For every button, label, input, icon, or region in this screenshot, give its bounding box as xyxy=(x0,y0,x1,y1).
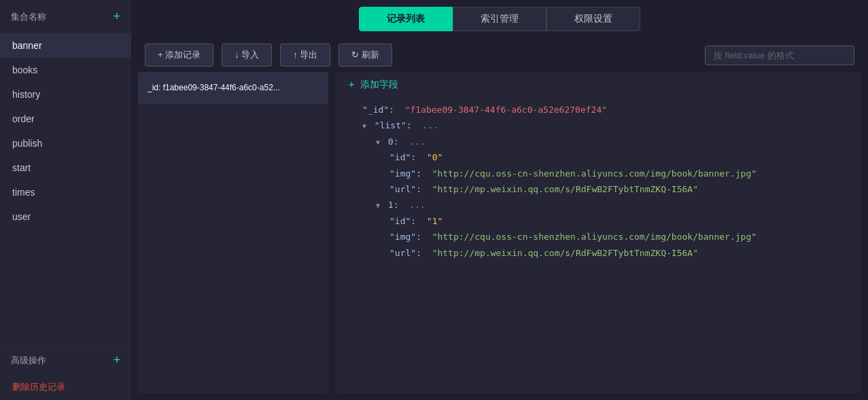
json-item1-url-val: "http://mp.weixin.qq.com/s/RdFwB2FTybtTn… xyxy=(432,248,698,258)
json-item1-header: ▼ 1: ... xyxy=(349,197,848,213)
json-item0-ellipsis: ... xyxy=(409,137,425,147)
sidebar-item-publish[interactable]: publish xyxy=(0,131,131,156)
search-box xyxy=(705,46,854,65)
content-area: _id: f1abee09-3847-44f6-a6c0-a52... + 添加… xyxy=(131,72,868,400)
tab-index-management[interactable]: 索引管理 xyxy=(453,7,546,31)
detail-panel: + 添加字段 "_id": "f1abee09-3847-44f6-a6c0-a… xyxy=(335,72,861,393)
json-item0-id-key: "id": xyxy=(389,152,421,162)
refresh-button[interactable]: ↻ 刷新 xyxy=(338,43,392,67)
add-record-button[interactable]: + 添加记录 xyxy=(145,43,213,67)
collection-header-label: 集合名称 xyxy=(11,11,46,23)
json-item0-key: 0: xyxy=(388,137,404,147)
json-item1-key: 1: xyxy=(388,200,404,210)
json-item1-img-val: "http://cqu.oss-cn-shenzhen.aliyuncs.com… xyxy=(432,232,757,242)
sidebar-item-history[interactable]: history xyxy=(0,82,131,107)
tab-permission-settings[interactable]: 权限设置 xyxy=(546,7,640,31)
sidebar-item-books[interactable]: books xyxy=(0,58,131,82)
json-list-line: ▼ "list": ... xyxy=(349,117,848,133)
json-item0-url-line: "url": "http://mp.weixin.qq.com/s/RdFwB2… xyxy=(349,181,848,197)
json-item0-id-val: "0" xyxy=(427,152,442,162)
json-item1-id-line: "id": "1" xyxy=(349,213,848,229)
json-list-ellipsis: ... xyxy=(422,120,438,130)
json-item1-id-key: "id": xyxy=(389,216,421,226)
tab-bar: 记录列表 索引管理 权限设置 xyxy=(131,0,868,38)
sidebar-spacer xyxy=(0,229,131,346)
list-arrow-icon: ▼ xyxy=(362,122,366,130)
json-item0-header: ▼ 0: ... xyxy=(349,134,848,149)
sidebar-header: 集合名称 + xyxy=(0,0,131,33)
main-content: 记录列表 索引管理 权限设置 + 添加记录 ↓ 导入 ↑ 导出 ↻ 刷新 _id… xyxy=(131,0,868,400)
add-collection-icon[interactable]: + xyxy=(113,10,120,24)
sidebar-item-banner[interactable]: banner xyxy=(0,33,131,58)
json-item1-img-key: "img": xyxy=(389,232,427,242)
json-item0-id-line: "id": "0" xyxy=(349,149,848,165)
json-item0-img-key: "img": xyxy=(389,168,427,179)
delete-history-button[interactable]: 删除历史记录 xyxy=(0,374,131,400)
json-item0-img-val: "http://cqu.oss-cn-shenzhen.aliyuncs.com… xyxy=(432,168,757,179)
json-item1-id-val: "1" xyxy=(427,216,442,226)
sidebar-item-order[interactable]: order xyxy=(0,107,131,131)
sidebar-item-user[interactable]: user xyxy=(0,204,131,229)
item1-arrow-icon: ▼ xyxy=(376,202,380,209)
json-id-key: "_id": xyxy=(362,105,400,115)
json-item1-ellipsis: ... xyxy=(409,200,425,210)
record-item[interactable]: _id: f1abee09-3847-44f6-a6c0-a52... xyxy=(138,72,328,104)
json-item1-url-line: "url": "http://mp.weixin.qq.com/s/RdFwB2… xyxy=(349,245,848,261)
sidebar: 集合名称 + banner books history order publis… xyxy=(0,0,131,400)
search-input[interactable] xyxy=(705,46,854,65)
sidebar-item-start[interactable]: start xyxy=(0,156,131,180)
record-list: _id: f1abee09-3847-44f6-a6c0-a52... xyxy=(138,72,328,393)
sidebar-item-times[interactable]: times xyxy=(0,180,131,204)
json-id-value: "f1abee09-3847-44f6-a6c0-a52e6270ef24" xyxy=(405,105,607,115)
advanced-ops-label: 高级操作 xyxy=(11,354,46,367)
json-list-key: "list": xyxy=(375,120,417,130)
add-advanced-icon[interactable]: + xyxy=(113,353,120,367)
import-button[interactable]: ↓ 导入 xyxy=(222,43,272,67)
json-item0-img-line: "img": "http://cqu.oss-cn-shenzhen.aliyu… xyxy=(349,166,848,181)
tab-record-list[interactable]: 记录列表 xyxy=(359,7,453,31)
add-field-button[interactable]: + 添加字段 xyxy=(349,79,848,91)
item0-arrow-icon: ▼ xyxy=(376,139,380,146)
json-item1-url-key: "url": xyxy=(389,248,427,258)
json-item0-url-key: "url": xyxy=(389,184,427,194)
json-item0-url-val: "http://mp.weixin.qq.com/s/RdFwB2FTybtTn… xyxy=(432,184,698,194)
sidebar-advanced-header: 高级操作 + xyxy=(0,346,131,374)
export-button[interactable]: ↑ 导出 xyxy=(280,43,330,67)
json-id-line: "_id": "f1abee09-3847-44f6-a6c0-a52e6270… xyxy=(349,102,848,117)
toolbar: + 添加记录 ↓ 导入 ↑ 导出 ↻ 刷新 xyxy=(131,38,868,72)
json-item1-img-line: "img": "http://cqu.oss-cn-shenzhen.aliyu… xyxy=(349,229,848,244)
